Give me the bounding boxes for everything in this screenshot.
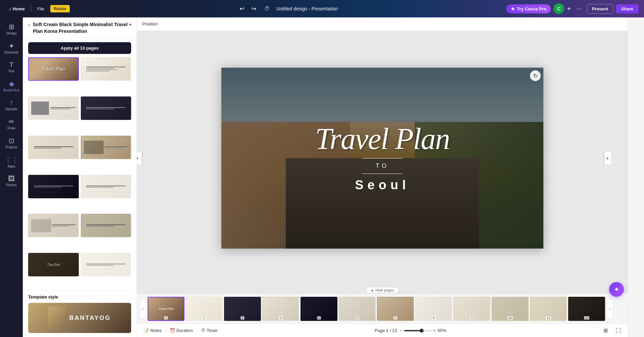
zoom-slider-fill <box>404 330 422 331</box>
template-thumb-8[interactable] <box>81 175 131 198</box>
thumb-7-inner <box>29 176 78 198</box>
uploads-icon: ↑ <box>10 99 13 107</box>
panel-header: ‹ Soft Cream Black Simple Minimalist Tra… <box>23 17 137 39</box>
style-preview[interactable]: BANTAYOG <box>28 303 131 333</box>
page-num-3: 3 <box>240 316 244 320</box>
filmstrip-thumb-1[interactable]: Travel Plan 1 <box>148 297 184 321</box>
sidebar-item-projects[interactable]: ⊡ Projects <box>2 134 21 152</box>
sidebar-item-uploads[interactable]: ↑ Uploads <box>2 96 21 114</box>
notes-icon: 📝 <box>144 328 149 333</box>
expand-right-toggle[interactable]: ▸ <box>604 151 611 165</box>
slide-divider-top <box>362 158 402 158</box>
filmstrip-thumb-4[interactable]: 4 <box>262 297 299 321</box>
template-thumb-6[interactable] <box>81 136 131 159</box>
thumb-11-inner: The End <box>29 254 78 276</box>
panel-hide-button[interactable]: ◂ <box>129 21 131 27</box>
sidebar-item-photos[interactable]: 🖼 Photos <box>2 172 21 190</box>
sidebar-item-design[interactable]: ⊞ Design <box>2 20 21 38</box>
filmstrip-scroll-right[interactable]: › <box>606 299 613 319</box>
position-bar: Position <box>137 17 628 31</box>
duration-button[interactable]: ⏰ Duration <box>167 327 196 334</box>
undo-button[interactable]: ↩ <box>238 4 246 14</box>
filmstrip-thumb-12[interactable]: 12 <box>568 297 605 321</box>
canvas-slide[interactable]: Travel Plan TO Seoul ↻ <box>221 68 543 249</box>
add-collaborator-button[interactable]: + <box>567 5 571 13</box>
home-button[interactable]: ⌂ Home <box>5 5 28 13</box>
right-sidebar <box>628 17 644 337</box>
user-avatar[interactable]: C <box>553 3 564 14</box>
bottom-center: Page 1 / 13 − + 65% <box>223 328 598 333</box>
sidebar-item-elements[interactable]: ✦ Elements <box>2 39 21 57</box>
file-button[interactable]: File <box>34 5 48 13</box>
template-name: Soft Cream Black Simple Minimalist Trave… <box>33 21 129 35</box>
redo-button[interactable]: ↪ <box>250 4 258 14</box>
refresh-button[interactable]: ↻ <box>530 70 541 81</box>
filmstrip-area: ▲ Hide pages ‹ Travel Plan 1 2 3 <box>137 285 628 324</box>
filmstrip-thumb-6[interactable]: 6 <box>339 297 376 321</box>
notes-button[interactable]: 📝 Notes <box>141 327 164 334</box>
filmstrip-thumb-7[interactable]: 7 <box>377 297 414 321</box>
try-pro-button[interactable]: ★ Try Canva Pro <box>506 4 551 13</box>
filmstrip-scroll-left[interactable]: ‹ <box>140 299 146 319</box>
filmstrip-thumb-9[interactable]: 9 <box>453 297 490 321</box>
grid-view-button[interactable]: ⊞ <box>601 326 610 335</box>
timer-button[interactable]: ⏱ Timer <box>198 327 220 334</box>
elements-icon: ✦ <box>9 42 14 50</box>
bottom-right: ⊞ ⛶ <box>601 326 624 335</box>
panel-back-button[interactable]: ‹ <box>28 21 30 28</box>
slide-divider-bottom <box>362 174 402 174</box>
design-label: Design <box>6 31 16 35</box>
template-thumb-12[interactable] <box>81 253 131 276</box>
page-num-2: 2 <box>202 316 206 320</box>
template-thumb-3[interactable] <box>28 96 79 120</box>
page-num-4: 4 <box>279 316 282 320</box>
share-button[interactable]: Share <box>616 4 639 13</box>
sidebar-item-text[interactable]: T Text <box>2 58 21 76</box>
page-num-6: 6 <box>355 316 359 320</box>
template-thumb-9[interactable] <box>28 214 79 237</box>
projects-icon: ⊡ <box>9 137 14 145</box>
template-thumb-7[interactable] <box>28 175 79 198</box>
zoom-out-button[interactable]: − <box>400 328 402 333</box>
timer-icon-btn[interactable]: ⏱ <box>262 4 272 13</box>
thumb-1-inner: Travel Plan <box>29 58 78 80</box>
template-thumb-2[interactable] <box>81 57 131 81</box>
brand-hub-label: Brand Hub <box>3 88 19 92</box>
panel-sidebar: ‹ Soft Cream Black Simple Minimalist Tra… <box>23 17 137 337</box>
zoom-control: − + 65% <box>400 328 446 333</box>
filmstrip-thumb-3[interactable]: 3 <box>224 297 261 321</box>
apply-all-button[interactable]: Apply all 13 pages <box>28 42 131 54</box>
sidebar-item-apps[interactable]: ⋮⋮ Apps <box>2 153 21 171</box>
template-thumb-5[interactable] <box>28 136 79 159</box>
hide-panel-toggle[interactable]: ◂ <box>137 151 142 165</box>
resize-button[interactable]: Resize <box>50 5 70 12</box>
thumb-3-inner <box>29 97 78 119</box>
present-button[interactable]: Present <box>587 4 613 14</box>
fullscreen-button[interactable]: ⛶ <box>613 326 624 335</box>
style-name: BANTAYOG <box>69 315 111 322</box>
page-num-12: 12 <box>584 316 589 320</box>
template-thumb-11[interactable]: The End <box>28 253 79 276</box>
thumb-6-inner <box>82 136 131 158</box>
filmstrip-thumb-2[interactable]: 2 <box>186 297 223 321</box>
sidebar-item-brand-hub[interactable]: ◈ Brand Hub <box>2 77 21 95</box>
topbar: ⌂ Home File Resize ↩ ↪ ⏱ Untitled design… <box>0 0 644 17</box>
draw-icon: ✏ <box>9 118 14 126</box>
filmstrip-thumb-11[interactable]: 11 <box>530 297 567 321</box>
filmstrip-thumb-8[interactable]: 8 <box>415 297 452 321</box>
template-thumb-1[interactable]: Travel Plan <box>28 57 79 81</box>
template-thumb-10[interactable] <box>81 214 131 237</box>
thumb-10-inner <box>82 214 131 237</box>
more-options-icon[interactable]: ⋯ <box>574 4 584 13</box>
sidebar-item-draw[interactable]: ✏ Draw <box>2 115 21 133</box>
hide-pages-button[interactable]: ▲ Hide pages <box>366 287 399 293</box>
try-pro-label: Try Canva Pro <box>517 6 546 11</box>
canva-assist-button[interactable]: ✦ <box>609 282 624 297</box>
filmstrip-thumb-5[interactable]: 5 <box>301 297 337 321</box>
zoom-slider[interactable] <box>404 330 431 331</box>
template-thumb-4[interactable] <box>81 96 131 120</box>
slide-to-text: TO <box>376 162 389 170</box>
zoom-in-button[interactable]: + <box>433 328 436 333</box>
page-num-9: 9 <box>470 316 474 320</box>
filmstrip-thumb-10[interactable]: 10 <box>492 297 529 321</box>
